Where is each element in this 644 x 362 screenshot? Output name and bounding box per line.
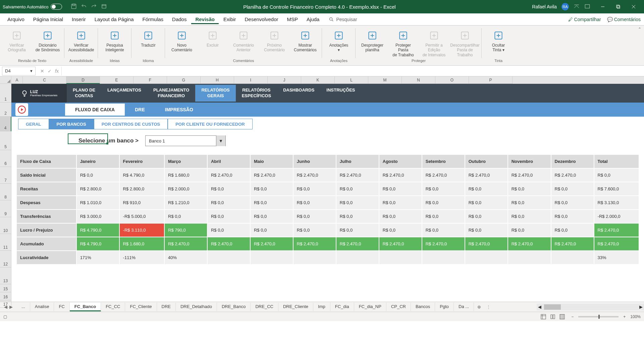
- menu-inserir[interactable]: Inserir: [68, 14, 90, 24]
- menu-exibir[interactable]: Exibir: [219, 14, 240, 24]
- col-header[interactable]: O: [435, 76, 469, 84]
- normal-view-button[interactable]: [539, 313, 548, 320]
- table-cell[interactable]: R$ 0,0: [594, 168, 639, 182]
- filter-tab[interactable]: POR CENTROS DE CUSTOS: [94, 119, 168, 129]
- table-cell[interactable]: R$ 0,0: [465, 209, 508, 223]
- menu-layout-da-página[interactable]: Layout da Página: [91, 14, 138, 24]
- ribbon-button[interactable]: Traduzir: [135, 27, 162, 48]
- table-cell[interactable]: R$ 4.790,0: [119, 168, 164, 182]
- column-headers[interactable]: ACDEFGHIJKLMNOP: [0, 76, 644, 84]
- table-cell[interactable]: R$ 0,0: [508, 209, 551, 223]
- row-header[interactable]: 11: [0, 234, 11, 251]
- col-header[interactable]: P: [469, 76, 513, 84]
- table-cell[interactable]: R$ 0,0: [379, 223, 422, 237]
- table-cell[interactable]: -R$ 3.110,0: [119, 223, 164, 237]
- table-cell[interactable]: R$ 0,0: [422, 223, 465, 237]
- table-cell[interactable]: R$ 2.470,0: [164, 237, 207, 251]
- sheet-tab[interactable]: FC_Cliente: [125, 303, 157, 311]
- table-cell[interactable]: [379, 251, 422, 264]
- next-sheet-icon[interactable]: ▶: [9, 304, 13, 309]
- sheet-tab[interactable]: FC_dia_NP: [354, 303, 386, 311]
- table-cell[interactable]: R$ 790,0: [164, 223, 207, 237]
- row-headers[interactable]: 1245678910111213151617: [0, 84, 11, 302]
- table-cell[interactable]: R$ 1.010,0: [76, 196, 119, 209]
- cancel-formula-icon[interactable]: ✕: [40, 68, 44, 74]
- autosave-toggle[interactable]: Salvamento Automático: [3, 4, 62, 10]
- table-cell[interactable]: [422, 251, 465, 264]
- table-cell[interactable]: R$ 0,0: [551, 223, 594, 237]
- table-cell[interactable]: R$ 0,0: [551, 209, 594, 223]
- table-cell[interactable]: R$ 2.470,0: [422, 168, 465, 182]
- col-header[interactable]: G: [167, 76, 201, 84]
- table-cell[interactable]: R$ 0,0: [465, 196, 508, 209]
- col-header[interactable]: D: [66, 76, 100, 84]
- table-cell[interactable]: R$ 1.210,0: [164, 196, 207, 209]
- table-cell[interactable]: R$ 0,0: [76, 168, 119, 182]
- menu-dados[interactable]: Dados: [168, 14, 191, 24]
- undo-icon[interactable]: [81, 3, 87, 10]
- col-header[interactable]: E: [100, 76, 133, 84]
- row-header[interactable]: 5: [0, 131, 11, 150]
- row-header[interactable]: 7: [0, 167, 11, 184]
- maximize-button[interactable]: [610, 0, 626, 13]
- nav-item[interactable]: RELATÓRIOS ESPECÍFICOS: [236, 85, 277, 102]
- row-header[interactable]: 16: [0, 292, 11, 300]
- table-cell[interactable]: -111%: [119, 251, 164, 264]
- row-header[interactable]: 8: [0, 184, 11, 200]
- touch-icon[interactable]: [101, 3, 107, 10]
- sub-tab[interactable]: IMPRESSÃO: [155, 104, 203, 116]
- row-header[interactable]: 10: [0, 217, 11, 234]
- macro-record-icon[interactable]: ▢: [3, 314, 7, 319]
- table-cell[interactable]: R$ 2.800,0: [119, 182, 164, 196]
- play-button[interactable]: [15, 103, 28, 116]
- zoom-level[interactable]: 100%: [630, 314, 641, 319]
- table-cell[interactable]: R$ 1.680,0: [164, 168, 207, 182]
- filter-tab[interactable]: POR BANCOS: [49, 119, 94, 129]
- table-cell[interactable]: R$ 2.470,0: [293, 237, 336, 251]
- row-header[interactable]: 4: [0, 117, 11, 131]
- sheet-tab[interactable]: Imp: [313, 303, 330, 311]
- menu-ajuda[interactable]: Ajuda: [303, 14, 323, 24]
- table-cell[interactable]: R$ 0,0: [293, 196, 336, 209]
- row-header[interactable]: 15: [0, 284, 11, 292]
- sheet-tab[interactable]: ...: [17, 303, 30, 311]
- table-cell[interactable]: R$ 2.470,0: [594, 237, 639, 251]
- table-cell[interactable]: [551, 251, 594, 264]
- table-cell[interactable]: R$ 0,0: [336, 196, 379, 209]
- table-cell[interactable]: R$ 2.470,0: [250, 237, 293, 251]
- nav-item[interactable]: LANÇAMENTOS: [101, 85, 147, 102]
- sheet-tab[interactable]: DRE_CC: [251, 303, 278, 311]
- table-cell[interactable]: R$ 0,0: [207, 182, 250, 196]
- table-cell[interactable]: R$ 0,0: [164, 209, 207, 223]
- row-header[interactable]: 2: [0, 103, 11, 117]
- ribbon-button[interactable]: Novo Comentário: [168, 27, 195, 53]
- table-cell[interactable]: R$ 0,0: [207, 196, 250, 209]
- table-cell[interactable]: R$ 0,0: [250, 223, 293, 237]
- table-cell[interactable]: R$ 2.470,0: [465, 168, 508, 182]
- row-header[interactable]: 1: [0, 84, 11, 103]
- table-cell[interactable]: 40%: [164, 251, 207, 264]
- table-cell[interactable]: R$ 0,0: [207, 209, 250, 223]
- new-sheet-button[interactable]: ⊕: [474, 304, 484, 309]
- table-cell[interactable]: 171%: [76, 251, 119, 264]
- table-cell[interactable]: R$ 7.600,0: [594, 182, 639, 196]
- save-icon[interactable]: [71, 3, 77, 10]
- table-cell[interactable]: R$ 0,0: [465, 182, 508, 196]
- sheet-tab[interactable]: Pgto: [435, 303, 454, 311]
- ribbon-button[interactable]: Verificar Acessibilidade: [68, 27, 95, 53]
- table-cell[interactable]: -R$ 2.000,0: [594, 209, 639, 223]
- bank-dropdown[interactable]: Banco 1 ▼: [145, 135, 226, 146]
- share-button[interactable]: 🖊 Compartilhar: [568, 17, 601, 22]
- ribbon-button[interactable]: Pesquisa Inteligente: [101, 27, 128, 53]
- table-cell[interactable]: R$ 0,0: [465, 223, 508, 237]
- zoom-slider[interactable]: [578, 316, 619, 317]
- table-cell[interactable]: R$ 0,0: [336, 223, 379, 237]
- sheet-tab[interactable]: DRE_Cliente: [278, 303, 313, 311]
- table-cell[interactable]: [465, 251, 508, 264]
- sheet-tab[interactable]: Da ...: [454, 303, 474, 311]
- ribbon-display-icon[interactable]: [584, 3, 590, 10]
- table-cell[interactable]: R$ 2.470,0: [379, 168, 422, 182]
- table-cell[interactable]: R$ 0,0: [336, 209, 379, 223]
- table-cell[interactable]: R$ 0,0: [250, 209, 293, 223]
- enter-formula-icon[interactable]: ✓: [48, 68, 52, 74]
